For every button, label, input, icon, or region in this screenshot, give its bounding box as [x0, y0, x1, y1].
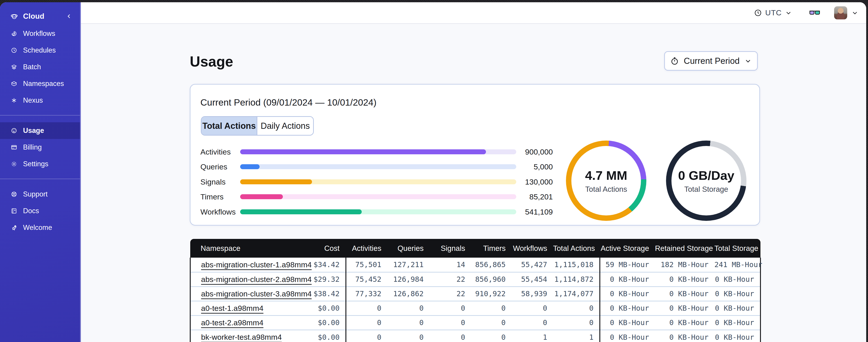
namespace-cell: a0-test-2.a98mm4	[190, 315, 308, 330]
timers-cell: 0	[471, 330, 512, 342]
column-header-total-storage: Total Storage	[714, 239, 761, 258]
active-storage-cell: 0 KB-Hour	[600, 330, 655, 342]
sidebar-group-main: Workflows Schedules Batch Namespaces	[0, 25, 80, 109]
column-header-active-storage: Active Storage	[600, 239, 655, 258]
namespace-cell: abs-migration-cluster-2.a98mm4	[190, 272, 308, 286]
nexus-icon	[10, 97, 18, 104]
labs-glasses-toggle[interactable]	[809, 9, 820, 17]
bar-row-queries: Queries 5,000	[200, 162, 553, 172]
sidebar-item-billing[interactable]: Billing	[0, 139, 80, 156]
column-header-namespace: Namespace	[190, 239, 308, 258]
total-actions-cell: 1,114,872	[553, 272, 600, 286]
bar-row-workflows: Workflows 541,109	[200, 207, 553, 217]
sidebar-item-label: Billing	[23, 143, 42, 151]
namespace-link[interactable]: a0-test-1.a98mm4	[201, 304, 264, 312]
total-storage-cell: 0 KB-Hour	[714, 315, 761, 330]
workflows-cell: 55,454	[512, 272, 553, 286]
queries-cell: 126,862	[387, 286, 430, 301]
activities-cell: 75,501	[346, 258, 387, 272]
sidebar-item-workflows[interactable]: Workflows	[0, 25, 80, 42]
account-menu-button[interactable]	[851, 9, 859, 16]
bar-track	[240, 179, 516, 184]
retained-storage-cell: 182 MB-Hour	[655, 258, 714, 272]
sidebar-item-batch[interactable]: Batch	[0, 59, 80, 75]
signals-cell: 0	[430, 301, 471, 315]
signals-cell: 0	[430, 330, 471, 342]
sidebar-item-nexus[interactable]: Nexus	[0, 92, 80, 109]
sidebar-group-help: Support Docs Welcome	[0, 186, 80, 236]
activities-cell: 0	[346, 315, 387, 330]
column-header-queries: Queries	[387, 239, 430, 258]
namespace-link[interactable]: abs-migration-cluster-1.a98mm4	[201, 260, 312, 269]
tab-daily-actions[interactable]: Daily Actions	[257, 117, 313, 135]
sidebar-item-schedules[interactable]: Schedules	[0, 42, 80, 59]
signals-cell: 22	[430, 272, 471, 286]
table-row: a0-test-1.a98mm4 $0.00 0 0 0 0 0 0 0 KB-…	[190, 301, 761, 315]
total-storage-cell: 0 KB-Hour	[714, 330, 761, 342]
donut-center: 4.7 MM Total Actions	[571, 146, 641, 215]
docs-icon	[10, 208, 18, 214]
bar-fill	[240, 194, 283, 199]
namespace-link[interactable]: a0-test-2.a98mm4	[201, 318, 264, 327]
sidebar-item-docs[interactable]: Docs	[0, 203, 80, 219]
timers-cell: 856,960	[471, 272, 512, 286]
bar-track	[240, 164, 516, 169]
namespace-link[interactable]: abs-migration-cluster-3.a98mm4	[201, 289, 312, 298]
namespace-link[interactable]: bk-worker-test.a98mm4	[201, 333, 282, 341]
avatar[interactable]	[834, 6, 847, 20]
tab-total-actions[interactable]: Total Actions	[202, 117, 257, 135]
activities-cell: 75,452	[346, 272, 387, 286]
total-storage-donut-chart: 0 GB/Day Total Storage	[666, 141, 746, 221]
support-icon	[10, 191, 18, 198]
workflows-cell: 58,939	[512, 286, 553, 301]
namespace-cell: bk-worker-test.a98mm4	[190, 330, 308, 342]
app-label: Cloud	[23, 12, 44, 21]
retained-storage-cell: 0 KB-Hour	[655, 301, 714, 315]
column-header-retained-storage: Retained Storage	[655, 239, 714, 258]
cost-cell: $0.00	[308, 315, 346, 330]
donut-sublabel: Total Storage	[684, 185, 728, 194]
sidebar-item-label: Schedules	[23, 46, 56, 55]
timezone-selector[interactable]: UTC	[754, 8, 792, 17]
table-row: bk-worker-test.a98mm4 $0.00 0 0 0 0 1 1 …	[190, 330, 761, 342]
workflows-cell: 0	[512, 315, 553, 330]
clock-icon	[754, 9, 762, 17]
workflows-cell: 55,427	[512, 258, 553, 272]
donut-value: 4.7 MM	[585, 168, 627, 183]
card-title: Current Period (09/01/2024 — 10/01/2024)	[200, 97, 377, 108]
total-actions-donut-chart: 4.7 MM Total Actions	[566, 141, 646, 221]
table-row: abs-migration-cluster-2.a98mm4 $29.32 75…	[190, 272, 761, 286]
period-selector-button[interactable]: Current Period	[664, 51, 758, 71]
timers-cell: 856,865	[471, 258, 512, 272]
active-storage-cell: 0 KB-Hour	[600, 315, 655, 330]
timezone-label: UTC	[765, 8, 782, 17]
signals-cell: 14	[430, 258, 471, 272]
column-header-total-actions: Total Actions	[553, 239, 600, 258]
retained-storage-cell: 0 KB-Hour	[655, 315, 714, 330]
donut-center: 0 GB/Day Total Storage	[672, 146, 741, 215]
workflows-cell: 1	[512, 330, 553, 342]
sidebar-item-welcome[interactable]: Welcome	[0, 219, 80, 236]
settings-icon	[10, 161, 18, 167]
workflows-icon	[10, 30, 18, 37]
sidebar-item-namespaces[interactable]: Namespaces	[0, 75, 80, 92]
sidebar-header: Cloud	[0, 7, 80, 25]
welcome-rocket-icon	[10, 224, 18, 231]
namespace-link[interactable]: abs-migration-cluster-2.a98mm4	[201, 275, 312, 283]
sidebar-collapse-button[interactable]	[65, 13, 72, 20]
cost-cell: $34.42	[308, 258, 346, 272]
total-storage-cell: 0 KB-Hour	[714, 272, 761, 286]
bar-row-timers: Timers 85,201	[200, 192, 553, 202]
actions-tab-group: Total Actions Daily Actions	[201, 116, 314, 136]
sidebar-item-usage[interactable]: Usage	[0, 122, 80, 139]
namespace-cell: a0-test-1.a98mm4	[190, 301, 308, 315]
sidebar-item-support[interactable]: Support	[0, 186, 80, 203]
sidebar-item-settings[interactable]: Settings	[0, 156, 80, 172]
sidebar-divider	[0, 115, 80, 115]
chevron-down-icon	[744, 57, 752, 65]
namespace-cell: abs-migration-cluster-1.a98mm4	[190, 258, 308, 272]
namespace-cell: abs-migration-cluster-3.a98mm4	[190, 286, 308, 301]
sidebar: Cloud Workflows Schedules	[0, 2, 81, 342]
signals-cell: 22	[430, 286, 471, 301]
desktop-background: Cloud Workflows Schedules	[0, 0, 868, 342]
